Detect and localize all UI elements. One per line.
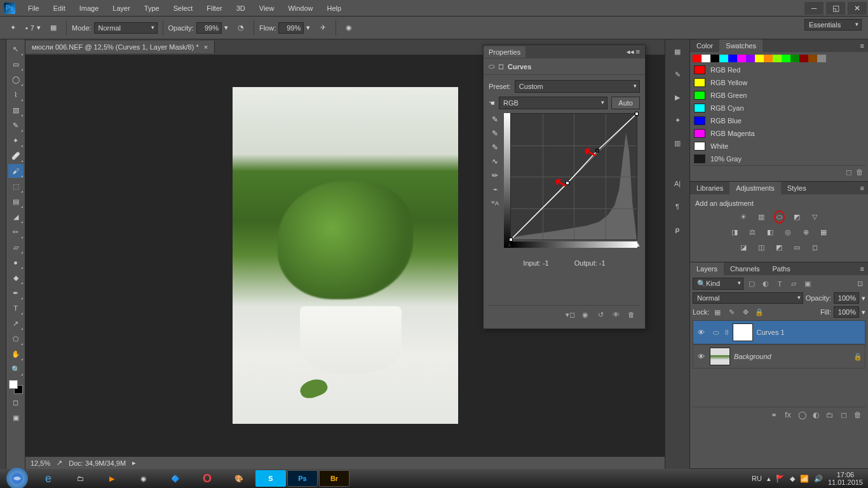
brush-panel-icon[interactable]: ▦ xyxy=(46,21,61,35)
visibility-icon[interactable]: 👁 xyxy=(696,353,706,360)
layer-row[interactable]: 👁 Background 🔒 xyxy=(693,344,865,369)
threshold-icon[interactable]: ◩ xyxy=(773,241,785,253)
doc-info[interactable]: Doc: 34,9M/34,9M xyxy=(69,459,126,467)
swatch[interactable] xyxy=(773,55,782,62)
tool-7[interactable]: 🩹 xyxy=(8,149,24,163)
targeted-adj-icon[interactable]: ☚ xyxy=(489,99,495,107)
input-value[interactable]: -1 xyxy=(543,259,549,267)
language-indicator[interactable]: RU xyxy=(752,475,762,482)
flow-input[interactable]: 99% xyxy=(278,22,304,34)
histogram-icon[interactable]: ▥ xyxy=(670,136,684,150)
tray-app-icon[interactable]: ◆ xyxy=(790,475,795,483)
tool-2[interactable]: ◯ xyxy=(8,72,24,86)
filter-shape-icon[interactable]: ▱ xyxy=(788,279,799,289)
eyedropper-black-icon[interactable]: ✎ xyxy=(490,114,500,125)
swatch[interactable] xyxy=(755,55,764,62)
taskbar-chrome-icon[interactable]: ◉ xyxy=(128,470,159,487)
taskbar-photoshop-icon[interactable]: Ps xyxy=(287,470,318,487)
tool-15[interactable]: ◆ xyxy=(8,271,24,285)
tool-14[interactable]: ● xyxy=(8,255,24,269)
layer-name[interactable]: Background xyxy=(734,353,771,360)
menu-file[interactable]: File xyxy=(22,2,46,15)
minimize-button[interactable]: ─ xyxy=(804,2,824,15)
menu-filter[interactable]: Filter xyxy=(200,2,228,15)
filter-type-icon[interactable]: T xyxy=(774,279,785,289)
panel-menu-icon[interactable]: ≡ xyxy=(636,48,640,55)
menu-select[interactable]: Select xyxy=(167,2,200,15)
maximize-button[interactable]: ◱ xyxy=(826,2,845,15)
swatch[interactable] xyxy=(782,55,790,62)
tray-chevron-icon[interactable]: ▴ xyxy=(767,475,771,483)
tab-color[interactable]: Color xyxy=(690,39,719,52)
tool-6[interactable]: ✦ xyxy=(8,133,24,147)
swatch[interactable] xyxy=(790,55,799,62)
brush-preset-icon[interactable]: ✦ xyxy=(5,21,20,35)
mask-thumbnail[interactable] xyxy=(733,323,753,341)
brush-size[interactable]: •7 ▾ xyxy=(25,24,41,32)
curves-icon[interactable]: ⬭ xyxy=(773,211,785,222)
curve-edit-icon[interactable]: ∿ xyxy=(490,156,500,166)
pressure-opacity-icon[interactable]: ◔ xyxy=(233,21,248,35)
tool-4[interactable]: ▧ xyxy=(8,103,24,117)
lut-icon[interactable]: ▦ xyxy=(817,226,830,238)
taskbar-bridge-icon[interactable]: Br xyxy=(319,470,349,487)
tool-19[interactable]: ⬠ xyxy=(8,332,24,346)
swatch[interactable] xyxy=(728,55,737,62)
color-balance-icon[interactable]: ⚖ xyxy=(746,226,759,238)
menu-image[interactable]: Image xyxy=(73,2,105,15)
quick-mask-icon[interactable]: ◻ xyxy=(8,395,24,409)
channel-mixer-icon[interactable]: ⊕ xyxy=(799,226,812,238)
layer-thumbnail[interactable] xyxy=(710,348,730,365)
close-button[interactable]: ✕ xyxy=(848,2,867,15)
taskbar-media-icon[interactable]: ▶ xyxy=(97,470,127,487)
levels-icon[interactable]: ▥ xyxy=(755,211,768,222)
tool-5[interactable]: ✎ xyxy=(8,118,24,132)
filter-smart-icon[interactable]: ▣ xyxy=(802,279,813,289)
swatch-row[interactable]: RGB Green xyxy=(693,89,865,102)
play-icon[interactable]: ▶ xyxy=(670,90,684,104)
lock-position-icon[interactable]: ✥ xyxy=(740,307,751,317)
tool-11[interactable]: ◢ xyxy=(8,210,24,224)
tab-adjustments[interactable]: Adjustments xyxy=(729,182,781,194)
properties-tab[interactable]: Properties xyxy=(484,46,526,58)
tool-0[interactable]: ↖ xyxy=(8,42,24,56)
document-tab[interactable]: мюсли 006.NEF @ 12,5% (Curves 1, Layer M… xyxy=(25,41,215,53)
smooth-icon[interactable]: ⌁ xyxy=(490,184,500,194)
auto-button[interactable]: Auto xyxy=(611,97,640,109)
layer-name[interactable]: Curves 1 xyxy=(757,329,785,336)
gradient-map-icon[interactable]: ▭ xyxy=(790,241,803,253)
close-tab-icon[interactable]: × xyxy=(204,43,208,51)
tab-channels[interactable]: Channels xyxy=(724,262,766,275)
nav-icon[interactable]: ✦ xyxy=(670,113,684,127)
menu-type[interactable]: Type xyxy=(138,2,166,15)
layer-row[interactable]: 👁 ⬭ 8 Curves 1 xyxy=(693,320,865,344)
filter-adj-icon[interactable]: ◐ xyxy=(760,279,771,289)
exposure-icon[interactable]: ◩ xyxy=(790,211,803,222)
delete-adj-icon[interactable]: 🗑 xyxy=(626,309,636,320)
taskbar-ie-icon[interactable]: e xyxy=(33,470,64,487)
glyph-icon[interactable]: ρ xyxy=(670,222,684,236)
selective-color-icon[interactable]: ◻ xyxy=(808,241,821,253)
menu-edit[interactable]: Edit xyxy=(47,2,72,15)
layer-filter-select[interactable]: 🔍Kind xyxy=(693,278,743,290)
tool-18[interactable]: ↗ xyxy=(8,316,24,330)
panel-menu-icon[interactable]: ≡ xyxy=(857,262,868,275)
layer-blend-select[interactable]: Normal xyxy=(693,292,803,304)
link-layers-icon[interactable]: ⚭ xyxy=(769,410,779,420)
delete-swatch-icon[interactable]: 🗑 xyxy=(856,168,864,177)
tool-21[interactable]: 🔍 xyxy=(8,362,24,376)
airbrush-icon[interactable]: ✈ xyxy=(315,21,330,35)
pencil-icon[interactable]: ✏ xyxy=(490,170,500,180)
add-mask-icon[interactable]: ◯ xyxy=(797,410,807,420)
swatch[interactable] xyxy=(808,55,817,62)
curves-graph[interactable]: ↖ ↖ xyxy=(510,113,637,240)
pressure-size-icon[interactable]: ◉ xyxy=(341,21,356,35)
tray-flag-icon[interactable]: 🚩 xyxy=(776,475,785,483)
swatches-icon[interactable]: ▦ xyxy=(670,44,684,58)
view-previous-icon[interactable]: ◉ xyxy=(580,309,590,320)
tool-9[interactable]: ⬚ xyxy=(8,179,24,193)
bw-icon[interactable]: ◧ xyxy=(764,226,776,238)
delete-layer-icon[interactable]: 🗑 xyxy=(853,410,863,420)
tab-styles[interactable]: Styles xyxy=(781,182,813,194)
filter-image-icon[interactable]: ▢ xyxy=(746,279,757,289)
